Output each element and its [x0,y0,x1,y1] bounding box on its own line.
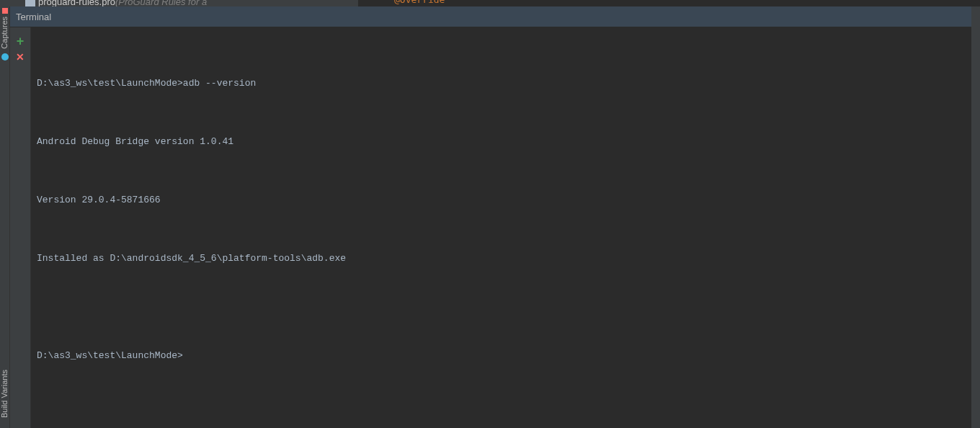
file-description: (ProGuard Rules for a [115,0,207,6]
terminal-panel-header[interactable]: Terminal [10,6,980,27]
terminal-panel-title: Terminal [16,12,51,22]
tool-build-variants-tab[interactable]: Build Variants [0,367,9,421]
build-variants-label: Build Variants [0,370,9,418]
sidebar-dot-icon [1,53,9,61]
project-tree-row[interactable]: proguard-rules.pro (ProGuard Rules for a [0,0,358,6]
file-item[interactable]: proguard-rules.pro (ProGuard Rules for a [25,0,207,6]
scrollbar-vertical[interactable] [971,6,980,428]
terminal-line: Installed as D:\androidsdk_4_5_6\platfor… [37,249,974,268]
terminal-output[interactable]: D:\as3_ws\test\LaunchMode>adb --version … [31,27,980,428]
close-icon[interactable]: ✕ [16,52,24,62]
editor-strip: proguard-rules.pro (ProGuard Rules for a… [0,0,980,6]
terminal-gutter: + ✕ [10,27,31,428]
terminal-line: Version 29.0.4-5871666 [37,190,974,210]
annotation-override: @Override [394,0,445,5]
terminal-line: D:\as3_ws\test\LaunchMode> [37,346,974,365]
tool-captures-tab[interactable]: Captures [0,14,9,52]
editor-content-strip: @Override [358,0,980,6]
file-name: proguard-rules.pro [38,0,115,6]
terminal-line: Android Debug Bridge version 1.0.41 [37,132,974,151]
terminal-line: D:\as3_ws\test\LaunchMode>adb --version [37,73,974,93]
captures-icon [2,8,8,14]
plus-icon[interactable]: + [17,35,24,48]
file-icon [25,0,35,6]
tool-window-bar-left: Captures Build Variants [0,6,10,428]
